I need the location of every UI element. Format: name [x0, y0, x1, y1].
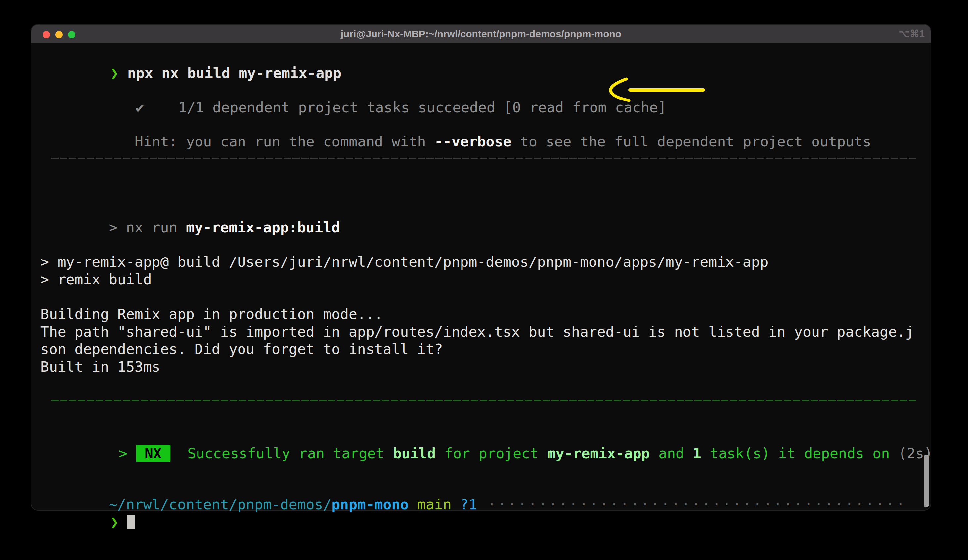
npm-script-line: > remix build: [40, 271, 152, 288]
tab-shortcut-hint: ⌥⌘1: [898, 25, 925, 43]
build-output-line: The path "shared-ui" is imported in app/…: [40, 323, 914, 340]
npm-script-line: > my-remix-app@ build /Users/juri/nrwl/c…: [40, 253, 769, 271]
success-chevron: >: [119, 445, 136, 461]
nx-run-prefix: > nx run: [109, 219, 186, 236]
terminal-window: juri@Juri-Nx-MBP:~/nrwl/content/pnpm-dem…: [31, 25, 931, 510]
build-output-line: Building Remix app in production mode...: [40, 306, 383, 323]
prompt-chevron-icon: ❯: [110, 514, 119, 530]
git-status: ?1: [460, 496, 477, 513]
build-output-line: son dependencies. Did you forget to inst…: [40, 340, 443, 358]
input-prompt-line[interactable]: ❯: [42, 496, 135, 548]
dashed-separator: [51, 158, 916, 159]
window-titlebar[interactable]: juri@Juri-Nx-MBP:~/nrwl/content/pnpm-dem…: [31, 25, 931, 43]
tasks-succeeded-text: 1/1 dependent project tasks succeeded [0…: [178, 99, 666, 116]
command-text: npx nx build my-remix-app: [128, 65, 341, 81]
success-text: Successfully ran target: [187, 445, 393, 461]
success-text: and: [650, 445, 693, 461]
build-output-line: Built in 153ms: [40, 358, 160, 375]
success-text: for project: [436, 445, 547, 461]
hint-line: Hint: you can run the command with --ver…: [66, 116, 872, 168]
success-target-name: build: [393, 445, 436, 461]
nx-run-line: > nx run my-remix-app:build: [40, 202, 340, 254]
success-text: task(s) it depends on: [701, 445, 898, 461]
cwd-dir: pnpm-mono: [332, 496, 409, 513]
window-title: juri@Juri-Nx-MBP:~/nrwl/content/pnpm-dem…: [31, 25, 931, 43]
success-task-count: 1: [693, 445, 701, 461]
nx-success-line: > NX Successfully ran target build for p…: [50, 427, 933, 480]
success-project-name: my-remix-app: [547, 445, 650, 461]
verbose-flag: --verbose: [434, 133, 511, 150]
badge-gap: [171, 445, 187, 461]
hint-prefix: Hint: you can run the command with: [135, 133, 434, 150]
prompt-filler-dots: ········································…: [477, 496, 906, 513]
git-branch: main: [409, 496, 460, 513]
checkmark-icon: ✔: [136, 99, 144, 116]
terminal-cursor[interactable]: [128, 515, 135, 529]
nx-logo-badge: NX: [136, 444, 171, 462]
cwd-path: ~/nrwl/content/pnpm-demos/: [109, 496, 332, 513]
nx-run-target: my-remix-app:build: [186, 219, 340, 236]
desktop-background: juri@Juri-Nx-MBP:~/nrwl/content/pnpm-dem…: [0, 0, 968, 560]
scrollbar-thumb[interactable]: [924, 454, 929, 507]
hint-suffix: to see the full dependent project output…: [511, 133, 871, 150]
dashed-separator-green: [51, 400, 916, 401]
shell-prompt-line: ~/nrwl/content/pnpm-demos/pnpm-mono main…: [40, 478, 907, 531]
prompt-chevron-icon: ❯: [110, 65, 128, 81]
